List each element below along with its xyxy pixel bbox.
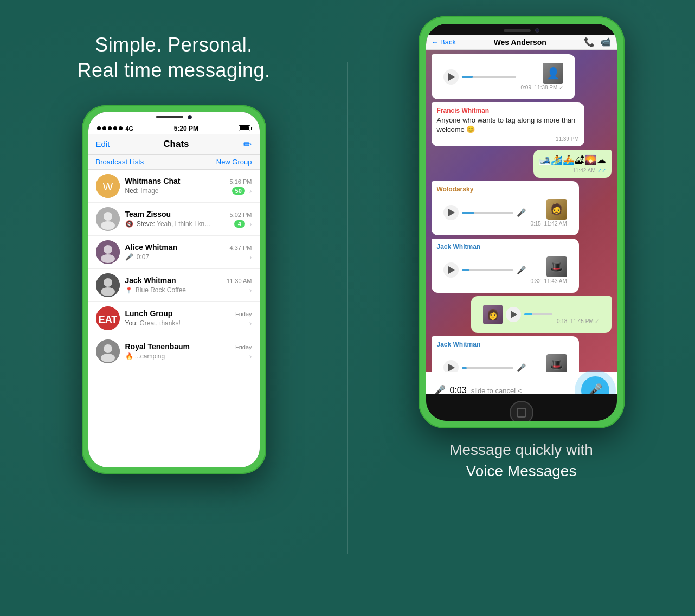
voice-avatar-img-wolodarsky: 🧔 [546, 199, 567, 220]
chat-time-royal: Friday [235, 344, 252, 350]
waveform-progress-jack1 [462, 270, 469, 271]
msg-time-francis: 11:39 PM [556, 136, 579, 142]
voice-content-jack2: 🎤 [443, 360, 526, 372]
chat-preview-jack: 📍 Blue Rock Coffee [125, 286, 186, 294]
chat-top-whitmans: Whitmans Chat 5:16 PM [125, 177, 252, 185]
avatar-royal [96, 339, 120, 363]
home-button[interactable] [510, 401, 533, 421]
chat-preview-zissou: 🔇 Steve: Yeah, I think I know wha... [125, 220, 212, 228]
status-time: 5:20 PM [174, 125, 198, 132]
voice-time-wolodarsky: 0:15 11:42 AM [530, 221, 567, 227]
play-button-1[interactable] [443, 69, 459, 85]
right-phone-notch [426, 24, 617, 35]
avatar-zissou [96, 207, 120, 231]
broadcast-lists-button[interactable]: Broadcast Lists [96, 158, 144, 166]
chat-bottom-zissou: 🔇 Steve: Yeah, I think I know wha... 4 › [125, 220, 252, 228]
chat-item-lunch[interactable]: EAT Lunch Group Friday You: Great, thank… [88, 302, 260, 335]
signal-dot-2 [102, 126, 106, 130]
waveform-jack2 [462, 362, 514, 372]
signal-dot-1 [97, 126, 101, 130]
edit-button[interactable]: Edit [96, 139, 110, 149]
avatar-lunch: EAT [96, 306, 120, 330]
voice-bubble-jack2: 🎤 🎩 0:07 11:47 AM [437, 350, 574, 372]
msg-voice-jack1[interactable]: Jack Whitman [432, 239, 579, 293]
network-label: 4G [126, 125, 134, 132]
chat-back-button[interactable]: ← Back [432, 38, 456, 46]
right-panel: ← Back Wes Anderson 📞 📹 [347, 0, 695, 616]
chat-bottom-royal: 🔥 ...camping › [125, 352, 252, 361]
svg-text:W: W [102, 181, 113, 193]
play-triangle-jack2 [448, 364, 455, 371]
voice-bubble-jack1: 🎤 🎩 0:32 11:43 AM [437, 252, 574, 288]
chat-content-zissou: Team Zissou 5:02 PM 🔇 Steve: Yeah, I thi… [125, 210, 252, 228]
compose-button[interactable]: ✏ [243, 138, 252, 151]
chat-name-zissou: Team Zissou [125, 210, 171, 219]
voice-meta-wolodarsky: 🧔 0:15 11:42 AM [530, 199, 567, 227]
play-button-sent[interactable] [506, 307, 521, 322]
msg-voice-wolodarsky[interactable]: Wolodarsky [432, 181, 579, 235]
chat-chevron-whitmans: › [249, 187, 252, 195]
left-tagline: Simple. Personal.Real time messaging. [77, 33, 270, 84]
signal-dots [97, 126, 123, 130]
chat-name-whitmans: Whitmans Chat [125, 177, 181, 185]
muted-icon: 🔇 [125, 220, 133, 228]
chat-content-whitmans: Whitmans Chat 5:16 PM Ned: Image 50 › [125, 177, 252, 195]
voice-avatar-img-jack2: 🎩 [546, 354, 567, 372]
location-icon: 📍 [125, 287, 133, 293]
msg-voice-sent[interactable]: 👩 [471, 296, 612, 333]
chats-title: Chats [163, 139, 189, 150]
right-phone-screen: ← Back Wes Anderson 📞 📹 [426, 35, 617, 394]
voice-content-1 [443, 69, 517, 85]
chat-chevron-jack: › [249, 286, 252, 294]
chat-item-royal[interactable]: Royal Tenenbaum Friday 🔥 ...camping › [88, 335, 260, 368]
voice-bubble-sent: 👩 [477, 300, 606, 329]
recording-bar: 🎤 0:03 slide to cancel < 🎤 [426, 372, 617, 394]
msg-voice-1[interactable]: 👤 0:09 11:38 PM ✓ [432, 54, 576, 99]
waveform-track-jack1 [462, 270, 514, 271]
battery-icon [239, 125, 250, 131]
chat-video-icon[interactable]: 📹 [600, 37, 611, 47]
chat-chevron-royal: › [249, 352, 252, 361]
avatar-whitmans: W [96, 174, 120, 198]
avatar-alice [96, 240, 120, 264]
chat-preview-royal: 🔥 ...camping [125, 352, 165, 360]
chat-item-zissou[interactable]: Team Zissou 5:02 PM 🔇 Steve: Yeah, I thi… [88, 203, 260, 236]
voice-avatar-jack2: 🎩 [546, 354, 567, 372]
chat-call-icon[interactable]: 📞 [584, 37, 595, 47]
voice-bubble-wolodarsky: 🎤 🧔 0:15 11:42 AM [437, 195, 574, 231]
msg-voice-jack2[interactable]: Jack Whitman [432, 336, 579, 372]
msg-francis[interactable]: Francis Whitman Anyone who wants to tag … [432, 102, 584, 146]
voice-meta-jack1: 🎩 0:32 11:43 AM [530, 256, 567, 284]
chat-chevron-alice: › [249, 253, 252, 261]
chat-preview-lunch: You: Great, thanks! [125, 319, 181, 327]
left-phone-screen: 4G 5:20 PM Edit C [88, 112, 260, 467]
voice-avatar-1: 👤 [543, 63, 563, 84]
mic-icon-jack1: 🎤 [517, 266, 526, 274]
record-button[interactable]: 🎤 [581, 376, 609, 394]
record-mic-icon: 🎤 [588, 383, 602, 394]
new-group-button[interactable]: New Group [216, 158, 252, 166]
chat-content-royal: Royal Tenenbaum Friday 🔥 ...camping › [125, 342, 252, 361]
left-phone-notch [88, 112, 260, 120]
msg-emoji-sent[interactable]: 🎿🏄🚣🏕🌄☁ 11:42 AM ✓✓ [533, 150, 612, 178]
play-button-jack2[interactable] [443, 360, 459, 372]
chat-item-jack[interactable]: Jack Whitman 11:30 AM 📍 Blue Rock Coffee… [88, 269, 260, 302]
chat-bottom-jack: 📍 Blue Rock Coffee › [125, 286, 252, 294]
mic-icon-jack2: 🎤 [517, 363, 526, 372]
voice-avatar-jack1: 🎩 [546, 256, 567, 277]
chats-nav-bar: Edit Chats ✏ [88, 134, 260, 155]
play-button-wolodarsky[interactable] [443, 205, 459, 220]
waveform-jack1 [462, 265, 514, 275]
chat-item-whitmans[interactable]: W Whitmans Chat 5:16 PM Ned: Image [88, 170, 260, 203]
play-button-jack1[interactable] [443, 262, 459, 278]
chat-name-lunch: Lunch Group [125, 309, 173, 318]
chat-header-bar: ← Back Wes Anderson 📞 📹 [426, 35, 617, 50]
voice-content-jack1: 🎤 [443, 262, 526, 278]
chat-name-jack: Jack Whitman [125, 276, 176, 285]
chat-content-jack: Jack Whitman 11:30 AM 📍 Blue Rock Coffee… [125, 276, 252, 294]
chat-preview-alice: 🎤 0:07 [125, 253, 150, 261]
chat-bottom-alice: 🎤 0:07 › [125, 253, 252, 261]
chat-item-alice[interactable]: Alice Whitman 4:37 PM 🎤 0:07 › [88, 236, 260, 269]
chat-time-jack: 11:30 AM [227, 278, 252, 284]
svg-point-6 [104, 245, 112, 254]
